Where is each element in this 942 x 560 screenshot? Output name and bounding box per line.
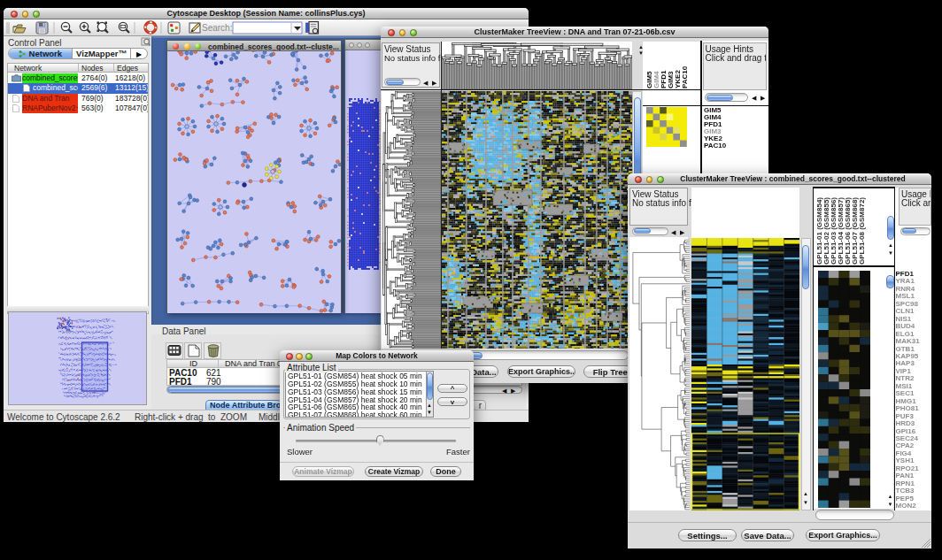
svg-text:Search:: Search: xyxy=(202,23,232,33)
